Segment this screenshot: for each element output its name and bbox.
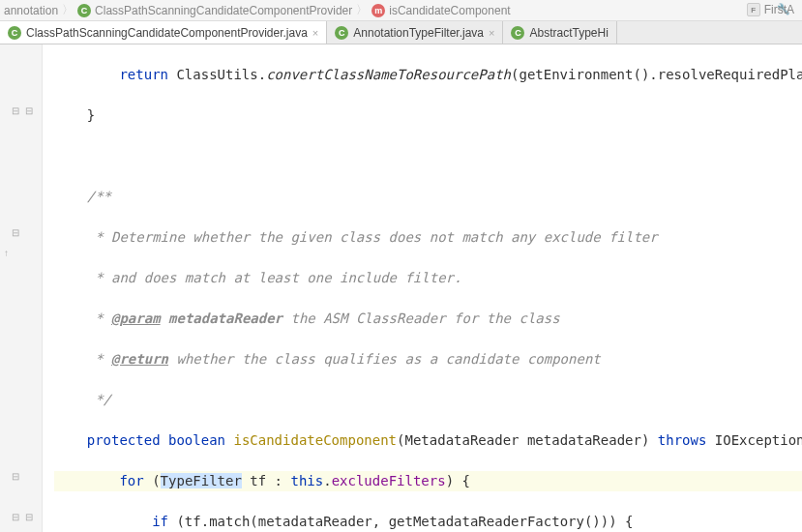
code-line: * Determine whether the given class does… <box>54 227 802 248</box>
close-icon[interactable]: × <box>489 27 494 39</box>
fold-icon[interactable]: ⊟ <box>12 512 19 522</box>
tab-label: AbstractTypeHi <box>529 26 608 40</box>
class-icon: C <box>8 26 21 40</box>
breadcrumb-separator-icon: 〉 <box>356 2 368 18</box>
breadcrumb-item-class[interactable]: C ClassPathScanningCandidateComponentPro… <box>77 4 352 17</box>
breadcrumb-label: ClassPathScanningCandidateComponentProvi… <box>95 4 352 17</box>
close-icon[interactable]: × <box>312 27 318 39</box>
nav-right-label: FirstA <box>764 3 794 16</box>
code-line: */ <box>54 390 802 410</box>
method-icon: m <box>371 4 385 17</box>
breadcrumb-label: isCandidateComponent <box>389 4 510 17</box>
breadcrumb-label: annotation <box>4 4 58 17</box>
fold-icon[interactable]: ⊟ <box>12 227 19 238</box>
fold-icon[interactable]: ⊟ <box>25 512 33 522</box>
code-line: } <box>54 105 802 126</box>
gutter: ⊟ ⊟ ⊟ ↑ ⊟ ⊟ ⊟ <box>0 44 43 532</box>
file-icon: F <box>747 3 760 16</box>
class-icon: C <box>77 4 91 17</box>
code-line: /** <box>54 187 802 207</box>
breadcrumb-separator-icon: 〉 <box>62 2 74 18</box>
breadcrumb-item-method[interactable]: m isCandidateComponent <box>371 4 510 17</box>
breadcrumb-bar: annotation 〉 C ClassPathScanningCandidat… <box>0 0 802 21</box>
fold-icon[interactable]: ⊟ <box>25 105 33 116</box>
code-content[interactable]: return ClassUtils.convertClassNameToReso… <box>43 44 802 532</box>
code-line: * and does match at least one include fi… <box>54 268 802 288</box>
tab-file-3[interactable]: C AbstractTypeHi <box>503 21 616 44</box>
tab-file-1[interactable]: C ClassPathScanningCandidateComponentPro… <box>0 21 327 44</box>
override-icon[interactable]: ↑ <box>4 248 9 258</box>
tab-file-2[interactable]: C AnnotationTypeFilter.java × <box>327 21 503 44</box>
nav-right-item[interactable]: F FirstA <box>747 3 794 16</box>
class-icon: C <box>335 26 348 40</box>
class-icon: C <box>511 26 524 40</box>
fold-icon[interactable]: ⊟ <box>12 471 19 482</box>
tab-label: ClassPathScanningCandidateComponentProvi… <box>26 26 308 40</box>
fold-icon[interactable]: ⊟ <box>12 105 19 116</box>
breadcrumb-item-package[interactable]: annotation <box>4 4 58 17</box>
editor-tabs: C ClassPathScanningCandidateComponentPro… <box>0 21 802 44</box>
editor-area[interactable]: ⊟ ⊟ ⊟ ↑ ⊟ ⊟ ⊟ return ClassUtils.convertC… <box>0 44 802 532</box>
tab-label: AnnotationTypeFilter.java <box>353 26 484 40</box>
